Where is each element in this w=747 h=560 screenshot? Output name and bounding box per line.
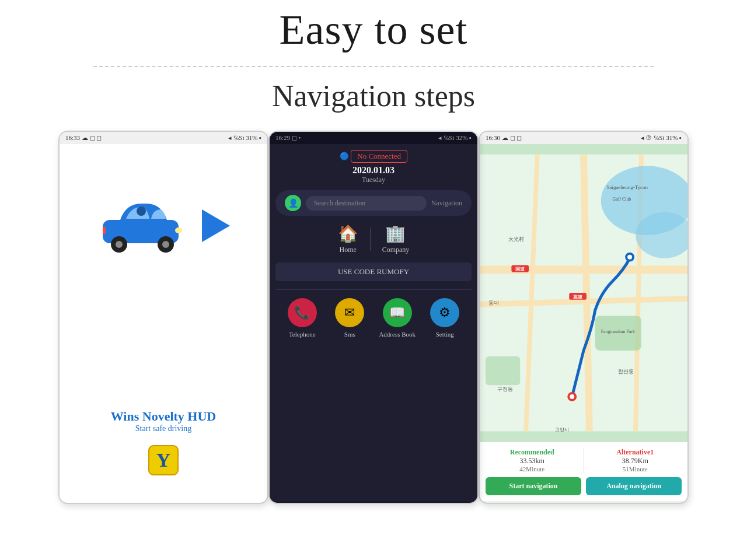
svg-text:Fanguanshan Park: Fanguanshan Park xyxy=(601,329,635,334)
svg-text:합판동: 합판동 xyxy=(618,369,634,374)
direction-arrow xyxy=(202,209,230,242)
phone3-body: 国道 高速 大光村 Saigaeheung-Tycon xyxy=(480,144,687,501)
svg-text:高速: 高速 xyxy=(573,294,583,300)
analog-navigation-button[interactable]: Analog navigation xyxy=(586,477,682,495)
route-alternative: Alternative1 38.79Km 51Minute xyxy=(589,448,682,473)
hud-logo-icon: Y xyxy=(146,443,181,478)
phone1-status-left: 16:33 ☁ ◻ ◻ xyxy=(65,134,102,142)
recommended-time: 42Minute xyxy=(486,466,579,473)
company-icon: 🏢 xyxy=(385,224,406,243)
svg-point-6 xyxy=(175,228,182,233)
promo-text: USE CODE RUMOFY xyxy=(338,267,409,276)
app-grid: 📞 Telephone ✉ Sms 📖 Address Book ⚙ Setti… xyxy=(275,298,472,338)
alternative-dist: 38.79Km xyxy=(589,457,682,466)
recommended-dist: 33.53km xyxy=(486,457,579,466)
phone2-status-bar: 16:29 ◻ • ◂ ℅Si 32% ▪ xyxy=(270,132,477,144)
brand-title: Wins Novelty HUD xyxy=(111,409,217,424)
date-display: 2020.01.03 xyxy=(275,165,472,176)
phone1-status-right: ◂ ℅Si 31% ▪ xyxy=(228,134,261,142)
home-icon: 🏠 xyxy=(338,224,358,243)
svg-point-4 xyxy=(162,241,169,248)
profile-icon: 👤 xyxy=(285,195,301,211)
phone2-status-right: ◂ ℅Si 32% ▪ xyxy=(438,134,472,142)
route-recommended: Recommended 33.53km 42Minute xyxy=(486,448,579,473)
home-label: Home xyxy=(339,246,356,254)
app-divider xyxy=(275,289,472,290)
car-illustration xyxy=(97,197,230,255)
page-wrapper: Easy to set Navigation steps 16:33 ☁ ◻ ◻… xyxy=(0,0,747,560)
recommended-label: Recommended xyxy=(486,448,579,457)
quick-nav-row: 🏠 Home 🏢 Company xyxy=(275,224,472,254)
address-book-icon: 📖 xyxy=(383,298,412,327)
app-setting[interactable]: ⚙ Setting xyxy=(424,298,466,338)
app-telephone[interactable]: 📞 Telephone xyxy=(281,298,323,338)
main-title: Easy to set xyxy=(280,6,468,54)
svg-point-27 xyxy=(627,255,632,260)
company-label: Company xyxy=(382,246,410,254)
telephone-label: Telephone xyxy=(289,331,316,338)
phone3-status-left: 16:30 ☁ ◻ ◻ xyxy=(486,134,522,142)
navigation-label: Navigation xyxy=(431,199,462,208)
bt-not-connected: No Connected xyxy=(351,150,407,163)
nav-steps-title: Navigation steps xyxy=(272,79,475,113)
svg-rect-19 xyxy=(486,356,520,385)
svg-text:Y: Y xyxy=(156,449,171,471)
sms-label: Sms xyxy=(344,331,355,338)
bt-status: 🔵 No Connected xyxy=(275,150,472,163)
phone1-status-bar: 16:33 ☁ ◻ ◻ ◂ ℅Si 31% ▪ xyxy=(60,132,267,144)
day-display: Tuesday xyxy=(275,176,472,184)
svg-text:国道: 国道 xyxy=(515,267,525,272)
address-book-label: Address Book xyxy=(379,331,416,338)
brand-subtitle: Start safe driving xyxy=(111,424,217,433)
phone-2: 16:29 ◻ • ◂ ℅Si 32% ▪ 🔵 No Connected 202… xyxy=(268,131,479,504)
quick-nav-company[interactable]: 🏢 Company xyxy=(382,224,410,254)
route-info-panel: Recommended 33.53km 42Minute Alternative… xyxy=(480,442,687,501)
svg-text:Golf Club: Golf Club xyxy=(612,197,631,202)
phone3-status-right: ◂ ℗ ℅Si 31% ▪ xyxy=(641,134,682,142)
svg-text:大光村: 大光村 xyxy=(508,236,524,242)
search-bar[interactable]: 👤 Search destination Navigation xyxy=(275,190,472,216)
svg-point-25 xyxy=(570,394,574,399)
alternative-label: Alternative1 xyxy=(589,448,682,457)
telephone-icon: 📞 xyxy=(288,298,317,327)
map-svg: 国道 高速 大光村 Saigaeheung-Tycon xyxy=(480,144,687,442)
phone2-body: 🔵 No Connected 2020.01.03 Tuesday 👤 Sear… xyxy=(270,144,477,501)
route-options-row: Recommended 33.53km 42Minute Alternative… xyxy=(486,448,682,473)
setting-label: Setting xyxy=(436,331,454,338)
sms-icon: ✉ xyxy=(335,298,364,327)
phone3-status-bar: 16:30 ☁ ◻ ◻ ◂ ℗ ℅Si 31% ▪ xyxy=(480,132,687,144)
car-svg-icon xyxy=(97,197,190,255)
phone1-branding: Wins Novelty HUD Start safe driving Y xyxy=(111,409,217,478)
phone1-body: Wins Novelty HUD Start safe driving Y xyxy=(60,144,267,501)
svg-point-5 xyxy=(137,206,146,216)
quick-nav-home[interactable]: 🏠 Home xyxy=(338,224,358,254)
start-navigation-button[interactable]: Start navigation xyxy=(486,477,581,495)
app-address-book[interactable]: 📖 Address Book xyxy=(376,298,418,338)
phones-container: 16:33 ☁ ◻ ◻ ◂ ℅Si 31% ▪ xyxy=(58,131,689,504)
search-destination-input[interactable]: Search destination xyxy=(306,196,427,211)
phone2-status-left: 16:29 ◻ • xyxy=(275,134,301,142)
svg-text:Saigaeheung-Tycon: Saigaeheung-Tycon xyxy=(607,184,648,190)
phone-1: 16:33 ☁ ◻ ◻ ◂ ℅Si 31% ▪ xyxy=(58,131,268,504)
svg-text:구정동: 구정동 xyxy=(497,386,513,392)
setting-icon: ⚙ xyxy=(430,298,459,327)
section-divider xyxy=(93,66,654,67)
svg-text:동대: 동대 xyxy=(488,300,499,306)
search-placeholder: Search destination xyxy=(314,199,365,207)
route-buttons-row: Start navigation Analog navigation xyxy=(486,477,682,495)
svg-rect-7 xyxy=(103,227,106,234)
app-sms[interactable]: ✉ Sms xyxy=(329,298,371,338)
promo-bar: USE CODE RUMOFY xyxy=(275,262,472,281)
phone-3: 16:30 ☁ ◻ ◻ ◂ ℗ ℅Si 31% ▪ xyxy=(479,131,689,504)
svg-point-2 xyxy=(116,241,123,248)
alternative-time: 51Minute xyxy=(589,466,682,473)
svg-text:고양시: 고양시 xyxy=(555,427,569,432)
map-area: 国道 高速 大光村 Saigaeheung-Tycon xyxy=(480,144,687,442)
